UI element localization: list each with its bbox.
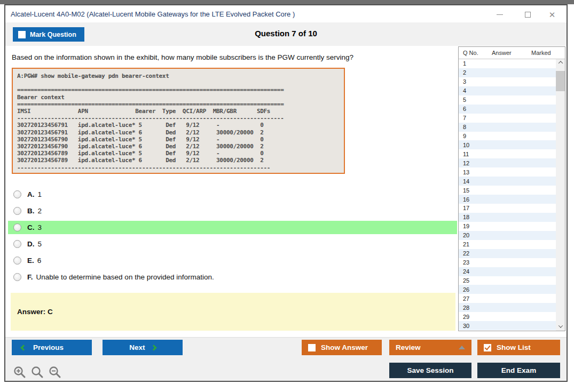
- question-list-row[interactable]: 8: [459, 123, 556, 132]
- question-list-row[interactable]: 30: [459, 321, 556, 330]
- show-list-checkbox[interactable]: [484, 344, 491, 351]
- question-number: 20: [463, 232, 469, 238]
- column-qno: Q No.: [463, 50, 478, 56]
- question-number: 19: [463, 223, 469, 229]
- question-list-row[interactable]: 1: [459, 59, 556, 68]
- question-number: 10: [463, 142, 469, 148]
- question-list-row[interactable]: 19: [459, 222, 556, 231]
- question-number: 12: [463, 160, 469, 166]
- question-list-row[interactable]: 18: [459, 213, 556, 222]
- close-button[interactable]: ✕: [544, 9, 560, 20]
- show-answer-checkbox[interactable]: [308, 344, 316, 351]
- option-d[interactable]: D. 5: [8, 237, 457, 251]
- question-list-row[interactable]: 24: [459, 267, 556, 276]
- option-b-letter: B.: [27, 207, 35, 215]
- window-title: Alcatel-Lucent 4A0-M02 (Alcatel-Lucent M…: [11, 10, 295, 18]
- save-session-label: Save Session: [407, 366, 453, 374]
- answer-text: Answer: C: [17, 308, 53, 316]
- question-number: 24: [463, 268, 469, 275]
- zoom-reset-icon[interactable]: [30, 365, 44, 379]
- show-list-label: Show List: [497, 343, 531, 351]
- option-a[interactable]: A. 1: [8, 188, 457, 201]
- question-list-row[interactable]: 21: [459, 240, 556, 249]
- next-label: Next: [129, 343, 145, 351]
- save-session-button[interactable]: Save Session: [389, 363, 471, 378]
- option-f-radio[interactable]: [13, 273, 21, 281]
- option-b-text: 2: [38, 207, 42, 215]
- question-number: 28: [463, 305, 469, 311]
- question-list-row[interactable]: 29: [459, 312, 556, 321]
- question-number: 17: [463, 205, 469, 211]
- option-e[interactable]: E. 6: [8, 254, 457, 267]
- question-list-row[interactable]: 7: [459, 114, 556, 123]
- question-counter: Question 7 of 10: [5, 29, 567, 38]
- question-number: 8: [463, 124, 466, 130]
- option-e-letter: E.: [27, 257, 34, 265]
- option-c-letter: C.: [27, 223, 35, 231]
- show-answer-button[interactable]: Show Answer: [302, 340, 382, 355]
- option-c-text: 3: [38, 223, 42, 231]
- zoom-out-icon[interactable]: [48, 365, 62, 379]
- question-list-row[interactable]: 22: [459, 249, 556, 258]
- option-c[interactable]: C. 3: [8, 221, 457, 234]
- question-list-row[interactable]: 15: [459, 186, 556, 195]
- minimize-button[interactable]: [492, 9, 508, 20]
- scrollbar-thumb[interactable]: [556, 71, 565, 91]
- question-list-row[interactable]: 16: [459, 195, 556, 204]
- question-number: 3: [463, 78, 466, 85]
- question-list-row[interactable]: 28: [459, 303, 556, 312]
- zoom-in-icon[interactable]: [13, 365, 27, 379]
- scroll-down-button[interactable]: [556, 322, 565, 331]
- question-number: 6: [463, 106, 466, 112]
- next-button[interactable]: Next: [103, 340, 183, 355]
- question-list-row[interactable]: 2: [459, 68, 556, 77]
- question-list-row[interactable]: 25: [459, 276, 556, 285]
- show-list-button[interactable]: Show List: [477, 340, 560, 355]
- question-list-row[interactable]: 20: [459, 231, 556, 240]
- end-exam-button[interactable]: End Exam: [477, 363, 560, 378]
- question-list-row[interactable]: 9: [459, 132, 556, 141]
- question-list-row[interactable]: 17: [459, 204, 556, 213]
- question-list-row[interactable]: 26: [459, 285, 556, 294]
- option-d-radio[interactable]: [13, 240, 21, 248]
- question-list-row[interactable]: 14: [459, 177, 556, 186]
- question-number: 23: [463, 259, 469, 266]
- question-list-row[interactable]: 4: [459, 86, 556, 95]
- question-number: 22: [463, 250, 469, 257]
- question-number: 27: [463, 295, 469, 302]
- question-list-row[interactable]: 5: [459, 95, 556, 105]
- title-bar: Alcatel-Lucent 4A0-M02 (Alcatel-Lucent M…: [5, 5, 567, 22]
- review-dropdown[interactable]: Review: [389, 340, 471, 355]
- option-e-radio[interactable]: [13, 257, 21, 265]
- maximize-button[interactable]: [520, 9, 536, 20]
- option-e-text: 6: [37, 257, 42, 265]
- question-number: 25: [463, 277, 469, 284]
- question-number: 18: [463, 214, 469, 220]
- scroll-up-button[interactable]: [556, 59, 565, 68]
- chevron-left-icon: [20, 345, 26, 350]
- question-list-row[interactable]: 23: [459, 258, 556, 267]
- question-number: 4: [463, 87, 466, 94]
- option-f[interactable]: F. Unable to determine based on the prov…: [8, 270, 457, 284]
- option-a-radio[interactable]: [13, 190, 21, 198]
- question-list-row[interactable]: 12: [459, 158, 556, 167]
- question-list-row[interactable]: 11: [459, 149, 556, 158]
- chevron-down-icon: [558, 323, 562, 327]
- question-number: 9: [463, 133, 466, 139]
- question-list-row[interactable]: 27: [459, 294, 556, 303]
- question-list-row[interactable]: 10: [459, 140, 556, 149]
- question-list-scrollbar[interactable]: [556, 59, 565, 331]
- previous-button[interactable]: Previous: [12, 340, 92, 355]
- option-b[interactable]: B. 2: [8, 204, 457, 218]
- question-number: 26: [463, 286, 469, 293]
- question-list-row[interactable]: 13: [459, 167, 556, 177]
- background-strip: [0, 0, 574, 4]
- option-b-radio[interactable]: [13, 207, 21, 215]
- question-list: 1234567891011121314151617181920212223242…: [459, 59, 556, 331]
- question-number: 13: [463, 169, 469, 175]
- review-label: Review: [396, 343, 421, 351]
- question-list-row[interactable]: 6: [459, 105, 556, 114]
- question-list-row[interactable]: 3: [459, 77, 556, 86]
- option-c-radio[interactable]: [13, 223, 21, 231]
- column-answer: Answer: [492, 50, 512, 56]
